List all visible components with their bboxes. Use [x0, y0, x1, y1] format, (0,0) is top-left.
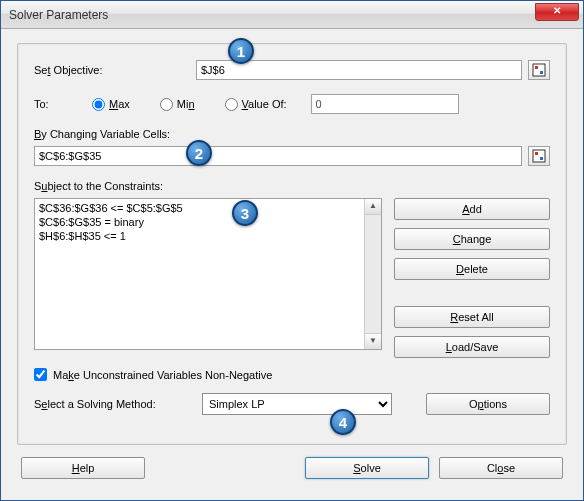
svg-rect-5 — [540, 157, 543, 160]
help-button[interactable]: Help — [21, 457, 145, 479]
radio-valueof[interactable]: Value Of: — [225, 98, 287, 111]
constraints-label: Subject to the Constraints: — [34, 180, 550, 192]
svg-rect-4 — [535, 152, 538, 155]
change-button[interactable]: Change — [394, 228, 550, 250]
solving-method-select[interactable]: Simplex LP — [202, 393, 392, 415]
objective-input[interactable] — [196, 60, 522, 80]
radio-max[interactable]: Max — [92, 98, 130, 111]
radio-min[interactable]: Min — [160, 98, 195, 111]
range-picker-icon[interactable] — [528, 60, 550, 80]
constraint-item[interactable]: $C$6:$G$35 = binary — [39, 215, 377, 229]
constraint-item[interactable]: $C$36:$G$36 <= $C$5:$G$5 — [39, 201, 377, 215]
nonneg-label: Make Unconstrained Variables Non-Negativ… — [53, 369, 272, 381]
svg-rect-2 — [540, 71, 543, 74]
nonneg-checkbox[interactable]: Make Unconstrained Variables Non-Negativ… — [34, 368, 550, 381]
solving-method-label: Select a Solving Method: — [34, 398, 192, 410]
svg-rect-3 — [533, 150, 545, 162]
changing-cells-input[interactable] — [34, 146, 522, 166]
load-save-button[interactable]: Load/Save — [394, 336, 550, 358]
valueof-input[interactable] — [311, 94, 459, 114]
set-objective-label: Set Objective: — [34, 64, 196, 76]
titlebar[interactable]: Solver Parameters ✕ — [1, 1, 583, 29]
range-picker-icon[interactable] — [528, 146, 550, 166]
client-area: 1 2 3 4 Set Objective: To: Max Min Value… — [1, 29, 583, 500]
inset-panel: 1 2 3 4 Set Objective: To: Max Min Value… — [17, 43, 567, 445]
scroll-up-icon[interactable]: ▲ — [365, 199, 381, 215]
add-button[interactable]: Add — [394, 198, 550, 220]
to-label: To: — [34, 98, 92, 110]
scroll-down-icon[interactable]: ▼ — [365, 333, 381, 349]
svg-rect-0 — [533, 64, 545, 76]
close-button[interactable]: Close — [439, 457, 563, 479]
changing-cells-label: By Changing Variable Cells: — [34, 128, 550, 140]
options-button[interactable]: Options — [426, 393, 550, 415]
solver-parameters-dialog: Solver Parameters ✕ 1 2 3 4 Set Objectiv… — [0, 0, 584, 501]
constraints-list[interactable]: $C$36:$G$36 <= $C$5:$G$5 $C$6:$G$35 = bi… — [34, 198, 382, 350]
reset-all-button[interactable]: Reset All — [394, 306, 550, 328]
close-icon[interactable]: ✕ — [535, 3, 579, 21]
window-title: Solver Parameters — [9, 8, 108, 22]
to-radio-group: Max Min Value Of: — [92, 98, 287, 111]
svg-rect-1 — [535, 66, 538, 69]
scrollbar[interactable]: ▲ ▼ — [364, 199, 381, 349]
solve-button[interactable]: Solve — [305, 457, 429, 479]
delete-button[interactable]: Delete — [394, 258, 550, 280]
constraint-item[interactable]: $H$6:$H$35 <= 1 — [39, 229, 377, 243]
